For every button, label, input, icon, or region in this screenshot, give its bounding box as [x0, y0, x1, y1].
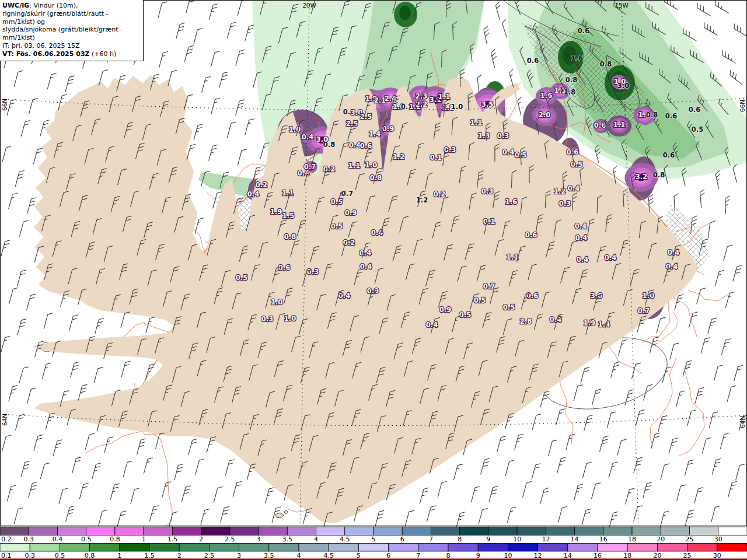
scale-segment [287, 527, 316, 536]
precip-value-label: 2.4 [385, 94, 396, 103]
scale-segment [345, 527, 374, 536]
precip-value-label: 1.4 [369, 130, 381, 138]
precip-value-label: 0.5 [331, 198, 343, 206]
scale-segment [179, 544, 209, 552]
precip-value-label: 0.9 [345, 209, 357, 217]
precip-value-label: 0.3 [307, 268, 319, 276]
title-line-5: VT: Fös. 06.06.2025 03Z (+60 h) [2, 50, 140, 58]
scale-segment [0, 544, 30, 552]
scale-tick-label: 30 [713, 552, 721, 559]
scale-tick-label: 0.3 [23, 536, 34, 543]
precip-value-label: 0.4 [247, 190, 259, 198]
precip-value-label: 1.5 [282, 212, 294, 220]
scale-segment [201, 527, 230, 536]
precip-value-label: 1.8 [478, 132, 490, 140]
precip-value-label: 0.4 [502, 148, 514, 156]
scale-segment [603, 527, 632, 536]
scale-tick-label: 12 [534, 552, 542, 559]
scale-segment [120, 544, 149, 552]
scale-segment [299, 544, 329, 552]
scale-segment [90, 544, 120, 552]
scale-tick-label: 7 [429, 536, 433, 543]
precip-value-label: 0.5 [459, 311, 471, 319]
precip-value-label: 0.6 [689, 106, 700, 114]
parallel-label-64n-left: 64N [1, 414, 8, 426]
scale-segment [389, 544, 418, 552]
precip-value-label: 0.4 [550, 316, 561, 324]
precip-value-label: 0.3 [559, 200, 571, 208]
precip-value-label: 0.3 [261, 315, 273, 323]
precip-value-label: 0.5 [571, 160, 582, 169]
precip-value-label: 0.6 [360, 142, 372, 150]
scale-tick-label: 6 [386, 552, 390, 559]
scale-tick-label: 4 [297, 552, 301, 559]
scale-segment [488, 527, 517, 536]
precip-value-label: 0.7 [638, 307, 650, 315]
precip-value-label: 0.4 [338, 292, 350, 300]
precip-value-label: 0.2 [323, 165, 335, 173]
precip-value-label: 0.8 [653, 171, 665, 179]
precip-value-label: 1.0 [365, 161, 377, 169]
precip-value-label: 0.3 [481, 187, 493, 195]
precip-value-label: 0.5 [503, 303, 515, 312]
precip-value-label: 3.5 [481, 100, 493, 108]
precip-value-label: 0.8 [323, 141, 335, 149]
scale-segment [627, 544, 657, 552]
scale-tick-label: 2 [199, 536, 203, 543]
precip-value-label: 1.8 [564, 88, 575, 96]
precip-value-label: 1.1 [282, 189, 294, 197]
scale-segment [418, 544, 448, 552]
precip-value-label: 2.8 [520, 317, 532, 326]
scale-segment [209, 544, 239, 552]
precip-value-label: 1.1 [507, 253, 518, 261]
precip-value-label: 0.8 [284, 233, 296, 241]
scale-segment [239, 544, 269, 552]
scale-segment [568, 544, 598, 552]
scale-segment [230, 527, 259, 536]
scale-tick-label: 7 [416, 552, 420, 559]
scale-segment [661, 527, 689, 536]
scale-tick-label: 2 [177, 552, 181, 559]
precip-value-label: 0.5 [236, 274, 247, 282]
precip-value-label: 1.1 [438, 93, 450, 101]
precip-value-label: 0.8 [566, 76, 577, 84]
precip-value-label: 1.2 [393, 153, 404, 161]
scale-tick-label: 16 [594, 552, 602, 559]
precip-value-label: 2.0 [539, 111, 550, 119]
scale-segment [259, 527, 287, 536]
precip-value-label: 1.2 [416, 196, 428, 204]
scale-tick-label: 4.5 [323, 552, 334, 559]
scale-tick-label: 4.5 [340, 536, 350, 543]
scale-tick-label: 4 [314, 536, 318, 543]
precip-value-label: 1.4 [598, 320, 610, 328]
scale-segment [144, 527, 172, 536]
scale-tick-label: 6 [400, 536, 404, 543]
scale-segment [657, 544, 687, 552]
precip-value-label: 0.6 [663, 151, 675, 159]
scale-segment [115, 527, 144, 536]
scale-segment [517, 527, 546, 536]
scale-tick-label: 10 [504, 552, 512, 559]
precip-value-label: 0.4 [359, 249, 371, 257]
precip-value-label: 0.2 [434, 190, 445, 198]
scale-tick-label: 1.5 [167, 536, 178, 543]
precip-value-label: 0.4 [605, 254, 616, 262]
parallel-label-66n-right: 66N [739, 100, 746, 112]
precip-value-label: 0.9 [367, 287, 379, 295]
scale-segment [57, 527, 86, 536]
scale-segment [30, 544, 60, 552]
scale-tick-label: 18 [623, 552, 631, 559]
precip-value-label: 0.5 [331, 222, 343, 230]
precip-value-label: 0.2 [256, 181, 267, 189]
precip-value-label: 1.0 [284, 314, 296, 323]
precip-value-label: 0.8 [646, 111, 658, 119]
scale-segment [402, 527, 431, 536]
precip-value-label: 0.6 [665, 112, 677, 120]
precip-value-label: 1.6 [505, 198, 517, 206]
precip-value-label: 1.1 [470, 118, 482, 127]
scale-tick-label: 5 [372, 536, 376, 543]
scale-segment [0, 527, 29, 536]
scale-segment [717, 544, 747, 552]
scale-tick-label: 16 [599, 536, 608, 543]
title-box: UWC/IG: Vindur (10m), rigning/skúrir (gr… [0, 0, 144, 61]
